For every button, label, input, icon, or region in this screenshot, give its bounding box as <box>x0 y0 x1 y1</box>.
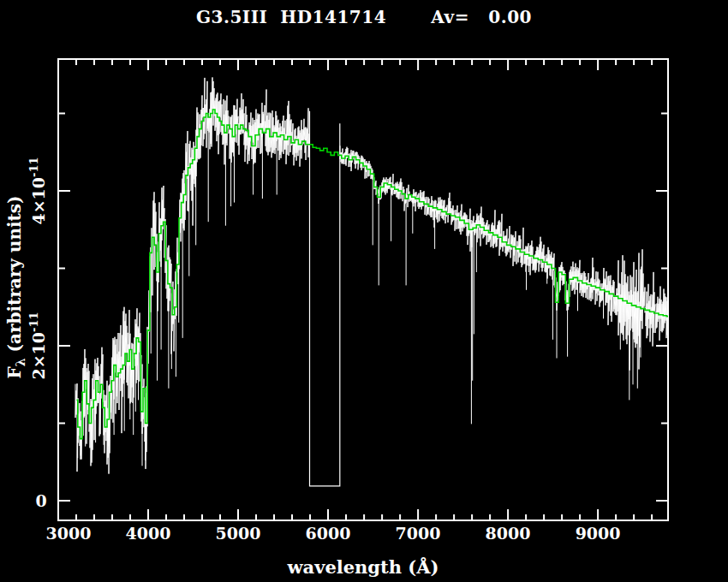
x-tick-label-5000: 5000 <box>216 524 261 543</box>
y-axis-title-text: Fλ (arbitrary units) <box>4 195 25 378</box>
x-tick-label-3000: 3000 <box>46 524 92 543</box>
x-axis-title: wavelength (Å) <box>58 556 668 578</box>
y-tick-label-4e-11: 4×10-11 <box>27 157 47 224</box>
x-tick-label-4000: 4000 <box>126 524 171 543</box>
spectrum-viewer: G3.5III HD141714 Av= 0.00 30004000500060… <box>0 0 728 582</box>
observed-spectrum-line <box>75 77 668 473</box>
x-tick-label-7000: 7000 <box>396 524 441 543</box>
y-axis-title: Fλ (arbitrary units) <box>4 176 27 399</box>
x-tick-label-6000: 6000 <box>306 524 351 543</box>
x-tick-label-9000: 9000 <box>576 524 621 543</box>
x-tick-label-8000: 8000 <box>486 524 531 543</box>
y-tick-label-2e-11: 2×10-11 <box>27 312 47 379</box>
masked-region-box <box>310 111 340 486</box>
spectrum-plot-canvas <box>0 0 728 582</box>
y-tick-label-0: 0 <box>35 491 46 510</box>
